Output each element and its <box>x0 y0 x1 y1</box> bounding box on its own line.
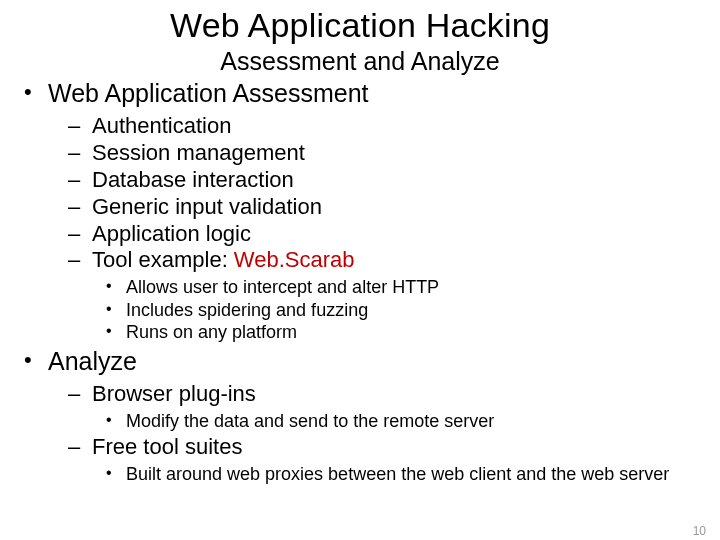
tool-note: Runs on any platform <box>126 321 720 344</box>
analyze-free-tool-suites: Free tool suites Built around web proxie… <box>92 434 720 485</box>
tool-note: Allows user to intercept and alter HTTP <box>126 276 720 299</box>
section-assessment: Web Application Assessment Authenticatio… <box>48 78 720 344</box>
assessment-item: Database interaction <box>92 167 720 194</box>
slide-title: Web Application Hacking <box>0 6 720 45</box>
tool-note: Includes spidering and fuzzing <box>126 299 720 322</box>
page-number: 10 <box>693 524 706 538</box>
assessment-tool-example: Tool example: Web.Scarab Allows user to … <box>92 247 720 343</box>
free-tool-suites-label: Free tool suites <box>92 434 242 459</box>
analyze-browser-plugins: Browser plug-ins Modify the data and sen… <box>92 381 720 432</box>
section-analyze: Analyze Browser plug-ins Modify the data… <box>48 346 720 486</box>
bullet-list: Web Application Assessment Authenticatio… <box>0 78 720 486</box>
tool-prefix: Tool example: <box>92 247 234 272</box>
section-assessment-label: Web Application Assessment <box>48 79 369 107</box>
analyze-items: Browser plug-ins Modify the data and sen… <box>48 381 720 486</box>
slide: Web Application Hacking Assessment and A… <box>0 6 720 540</box>
assessment-item: Generic input validation <box>92 194 720 221</box>
browser-plugins-notes: Modify the data and send to the remote s… <box>92 410 720 433</box>
assessment-item: Session management <box>92 140 720 167</box>
browser-plugins-label: Browser plug-ins <box>92 381 256 406</box>
assessment-item: Application logic <box>92 221 720 248</box>
assessment-item: Authentication <box>92 113 720 140</box>
free-tool-suites-notes: Built around web proxies between the web… <box>92 463 720 486</box>
browser-plugins-note: Modify the data and send to the remote s… <box>126 410 720 433</box>
free-tool-suites-note: Built around web proxies between the web… <box>126 463 720 486</box>
section-analyze-label: Analyze <box>48 347 137 375</box>
assessment-items: Authentication Session management Databa… <box>48 113 720 343</box>
tool-name: Web.Scarab <box>234 247 355 272</box>
tool-notes: Allows user to intercept and alter HTTP … <box>92 276 720 344</box>
slide-subtitle: Assessment and Analyze <box>0 47 720 76</box>
